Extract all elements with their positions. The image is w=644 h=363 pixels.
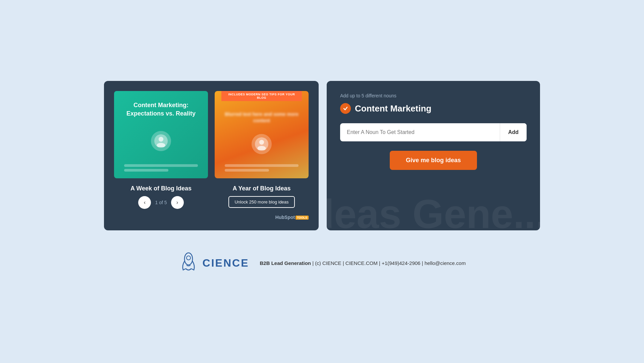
book-banner: INCLUDES MODERN SEO TIPS FOR YOUR BLOG <box>221 91 302 101</box>
next-button[interactable]: › <box>171 196 184 209</box>
book-line-short <box>225 169 269 172</box>
book-card-1: Content Marketing: Expectations vs. Real… <box>114 91 208 178</box>
noun-input[interactable] <box>340 123 500 141</box>
noun-item: Content Marketing <box>340 103 527 114</box>
book-avatar-1 <box>151 131 171 151</box>
noun-input-row: Add <box>340 123 527 141</box>
prev-button[interactable]: ‹ <box>138 196 151 209</box>
book-title-1: Content Marketing: Expectations vs. Real… <box>121 101 201 118</box>
noun-hint: Add up to 5 different nouns <box>340 93 527 98</box>
book-info-2: A Year of Blog Ideas Unlock 250 more blo… <box>215 185 309 208</box>
book-avatar-2 <box>252 134 272 154</box>
book-line <box>225 164 299 167</box>
noun-check-icon <box>340 103 351 114</box>
add-button[interactable]: Add <box>500 123 527 141</box>
book-info-title-2: A Year of Blog Ideas <box>232 185 290 192</box>
footer-tagline: B2B Lead Generation | (c) CIENCE | CIENC… <box>260 260 466 266</box>
cience-logo-icon <box>178 251 199 275</box>
svg-point-1 <box>157 143 165 147</box>
main-content: Content Marketing: Expectations vs. Real… <box>0 67 644 296</box>
watermark: Ideas Gene... <box>327 191 540 230</box>
svg-point-5 <box>186 256 191 260</box>
books-row: Content Marketing: Expectations vs. Real… <box>114 91 309 178</box>
unlock-button[interactable]: Unlock 250 more blog ideas <box>228 196 294 208</box>
generate-button[interactable]: Give me blog ideas <box>390 151 477 170</box>
book-line-short <box>124 169 168 172</box>
pagination: ‹ 1 of 5 › <box>138 196 183 209</box>
book-card-2: INCLUDES MODERN SEO TIPS FOR YOUR BLOG B… <box>215 91 309 178</box>
book-line <box>124 164 198 167</box>
footer: CIENCE B2B Lead Generation | (c) CIENCE … <box>172 251 473 275</box>
hubspot-tools-badge: TOOLS <box>296 216 309 220</box>
book-cover-1: Content Marketing: Expectations vs. Real… <box>114 91 208 178</box>
book-info-title-1: A Week of Blog Ideas <box>130 185 192 192</box>
svg-point-4 <box>184 253 193 265</box>
left-panel: Content Marketing: Expectations vs. Real… <box>104 81 319 230</box>
book-lines-1 <box>121 164 201 172</box>
company-name: CIENCE <box>203 257 249 269</box>
left-bottom: A Week of Blog Ideas ‹ 1 of 5 › A Year o… <box>114 185 309 209</box>
hubspot-text: HubSpot <box>275 215 295 220</box>
book-cover-2: INCLUDES MODERN SEO TIPS FOR YOUR BLOG B… <box>215 91 309 178</box>
svg-point-2 <box>259 140 264 145</box>
svg-point-3 <box>257 146 266 150</box>
cards-row: Content Marketing: Expectations vs. Real… <box>104 81 540 230</box>
book-info-1: A Week of Blog Ideas ‹ 1 of 5 › <box>114 185 208 209</box>
cience-logo: CIENCE <box>178 251 249 275</box>
right-panel: Ideas Gene... Add up to 5 different noun… <box>327 81 540 230</box>
book-title-2: Blurred text here and some more content <box>221 111 302 124</box>
svg-point-0 <box>159 137 163 142</box>
noun-label: Content Marketing <box>355 103 431 114</box>
book-lines-2 <box>221 164 302 172</box>
hubspot-logo: HubSpotTOOLS <box>114 214 309 220</box>
pagination-label: 1 of 5 <box>155 200 167 205</box>
